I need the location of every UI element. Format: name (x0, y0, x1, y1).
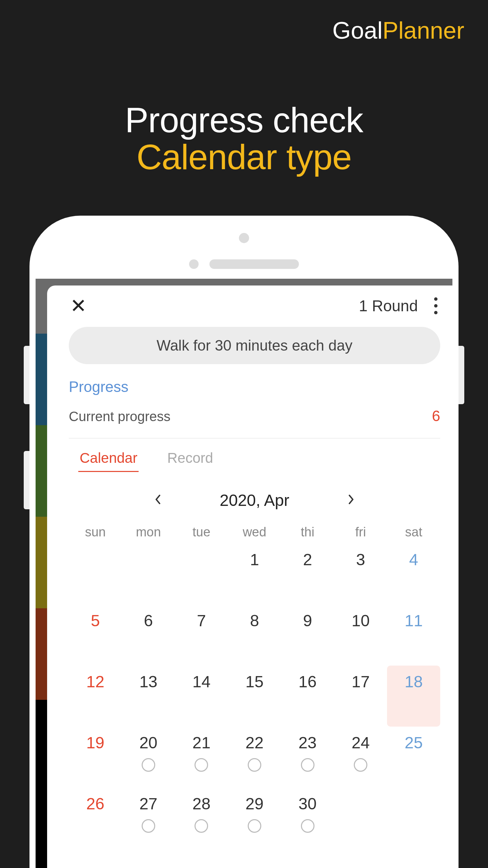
view-tabs: Calendar Record (69, 447, 440, 472)
day-number: 26 (86, 794, 104, 813)
day-number: 27 (139, 794, 157, 813)
calendar-day[interactable]: 29 (228, 788, 281, 849)
calendar-day[interactable]: 13 (122, 666, 175, 727)
progress-ring-icon (195, 758, 208, 772)
round-label: 1 Round (359, 297, 418, 315)
day-number: 28 (192, 794, 210, 813)
day-number: 6 (144, 611, 153, 630)
month-navigator: 2020, Apr (69, 489, 440, 511)
sheet-header-right: 1 Round (359, 295, 440, 317)
calendar-day[interactable]: 28 (175, 788, 228, 849)
progress-sheet: ✕ 1 Round Walk for 30 minutes each day P… (47, 285, 452, 868)
calendar-day[interactable]: 19 (69, 727, 122, 788)
day-number: 21 (192, 733, 210, 752)
calendar-day[interactable]: 7 (175, 605, 228, 666)
section-title-progress: Progress (69, 378, 440, 395)
calendar-day[interactable]: 17 (334, 666, 387, 727)
calendar-day[interactable]: 22 (228, 727, 281, 788)
progress-ring-icon (301, 758, 314, 772)
calendar-day[interactable]: 9 (281, 605, 334, 666)
current-progress-label: Current progress (69, 409, 170, 424)
phone-screen: ✕ 1 Round Walk for 30 minutes each day P… (36, 279, 452, 868)
weekday-label: tue (175, 525, 228, 539)
day-number: 5 (91, 611, 100, 630)
day-number: 23 (299, 733, 317, 752)
day-number: 3 (356, 550, 365, 569)
calendar-row: 2627282930 (69, 788, 440, 849)
day-number: 7 (197, 611, 206, 630)
progress-ring-icon (142, 819, 155, 833)
progress-ring-icon (301, 819, 314, 833)
calendar-day[interactable]: 25 (387, 727, 440, 788)
calendar-day[interactable]: 5 (69, 605, 122, 666)
calendar-day[interactable]: 1 (228, 544, 281, 605)
calendar-day[interactable]: 18 (387, 666, 440, 727)
calendar-row: 19202122232425 (69, 727, 440, 788)
calendar-day[interactable]: 24 (334, 727, 387, 788)
goal-title-pill: Walk for 30 minutes each day (69, 327, 440, 364)
calendar-day[interactable]: 8 (228, 605, 281, 666)
calendar-day[interactable]: 6 (122, 605, 175, 666)
day-number: 17 (351, 672, 369, 691)
calendar-day[interactable]: 26 (69, 788, 122, 849)
day-number: 20 (139, 733, 157, 752)
calendar-empty-cell (175, 544, 228, 605)
day-number: 29 (245, 794, 263, 813)
tab-record[interactable]: Record (166, 447, 214, 472)
calendar-empty-cell (122, 544, 175, 605)
calendar-day[interactable]: 16 (281, 666, 334, 727)
progress-ring-icon (248, 758, 261, 772)
day-number: 15 (245, 672, 263, 691)
app-title-part2: Planner (383, 17, 464, 44)
calendar-day[interactable]: 30 (281, 788, 334, 849)
progress-ring-icon (354, 758, 367, 772)
day-number: 13 (139, 672, 157, 691)
day-number: 10 (351, 611, 369, 630)
day-number: 2 (303, 550, 312, 569)
more-menu-icon[interactable] (431, 295, 440, 317)
calendar-day[interactable]: 21 (175, 727, 228, 788)
day-number: 9 (303, 611, 312, 630)
app-title: GoalPlanner (332, 17, 464, 44)
headline-line1: Progress check (0, 100, 488, 140)
day-number: 4 (409, 550, 418, 569)
next-month-icon[interactable] (344, 489, 359, 511)
calendar-row: 567891011 (69, 605, 440, 666)
calendar-day[interactable]: 11 (387, 605, 440, 666)
weekday-label: sat (387, 525, 440, 539)
day-number: 11 (405, 611, 423, 630)
day-number: 1 (250, 550, 259, 569)
tab-calendar[interactable]: Calendar (78, 447, 139, 472)
current-progress-row: Current progress 6 (69, 408, 440, 438)
calendar-day[interactable]: 15 (228, 666, 281, 727)
calendar-day[interactable]: 3 (334, 544, 387, 605)
calendar-day[interactable]: 23 (281, 727, 334, 788)
weekday-label: mon (122, 525, 175, 539)
prev-month-icon[interactable] (150, 489, 165, 511)
day-number: 22 (245, 733, 263, 752)
phone-notch-dot (239, 233, 249, 243)
month-label: 2020, Apr (220, 491, 289, 510)
phone-frame: ✕ 1 Round Walk for 30 minutes each day P… (29, 216, 459, 868)
current-progress-value: 6 (432, 408, 440, 425)
headline: Progress check Calendar type (0, 100, 488, 177)
calendar-day[interactable]: 4 (387, 544, 440, 605)
calendar-row: 1234 (69, 544, 440, 605)
calendar-row: 12131415161718 (69, 666, 440, 727)
calendar-day[interactable]: 10 (334, 605, 387, 666)
day-number: 16 (299, 672, 317, 691)
calendar-day[interactable]: 14 (175, 666, 228, 727)
calendar-day[interactable]: 2 (281, 544, 334, 605)
phone-camera-dot (189, 259, 199, 269)
calendar-day[interactable]: 20 (122, 727, 175, 788)
day-number: 18 (405, 672, 423, 691)
day-number: 25 (405, 733, 423, 752)
close-icon[interactable]: ✕ (69, 294, 88, 318)
weekday-label: fri (334, 525, 387, 539)
calendar-day[interactable]: 12 (69, 666, 122, 727)
weekday-label: thi (281, 525, 334, 539)
calendar-grid: sunmontuewedthifrisat 123456789101112131… (69, 525, 440, 849)
calendar-day[interactable]: 27 (122, 788, 175, 849)
day-number: 14 (192, 672, 210, 691)
weekday-label: wed (228, 525, 281, 539)
